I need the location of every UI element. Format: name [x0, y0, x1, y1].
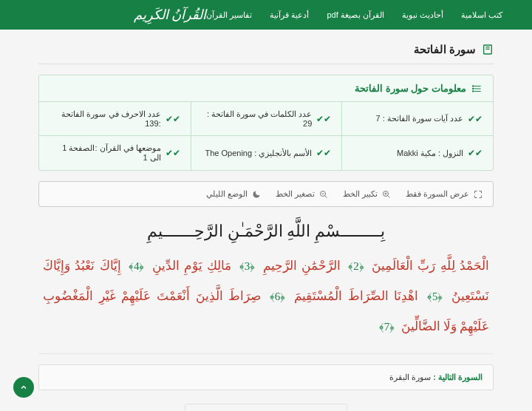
check-icon: ✔✔ — [468, 114, 482, 124]
next-value: سورة البقرة — [389, 373, 431, 381]
aya-number: ﴿7﴾ — [379, 321, 395, 333]
check-icon: ✔✔ — [316, 114, 331, 124]
quran-icon — [482, 44, 494, 55]
scroll-top-button[interactable] — [13, 377, 34, 398]
moon-icon — [252, 190, 261, 199]
aya-number: ﴿6﴾ — [270, 291, 286, 302]
check-icon: ✔✔ — [316, 148, 331, 158]
check-icon: ✔✔ — [166, 114, 180, 124]
info-cell: ✔✔موضعها في القرآن :الصفحة 1 الى 1 — [39, 136, 191, 170]
ayat-block: الْحَمْدُ لِلَّهِ رَبِّ الْعَالَمِينَ ﴿2… — [38, 251, 494, 354]
info-grid: ✔✔عدد آيات سورة الفاتحة : 7 ✔✔عدد الكلما… — [39, 102, 493, 170]
aya-text[interactable]: الْحَمْدُ لِلَّهِ رَبِّ الْعَالَمِينَ — [372, 259, 489, 273]
nav-link[interactable]: أدعية قرآنية — [270, 10, 309, 20]
info-cell: ✔✔عدد الاحرف في سورة الفاتحة :139 — [39, 102, 191, 136]
chevron-up-icon — [19, 383, 28, 392]
zoom-in-icon — [382, 190, 391, 199]
zoom-out-button[interactable]: تصغير الخط — [276, 189, 328, 199]
info-heading: معلومات حول سورة الفاتحة — [355, 83, 466, 94]
check-icon: ✔✔ — [166, 148, 180, 158]
zoom-out-icon — [319, 190, 328, 199]
list-icon — [472, 84, 482, 94]
aya-text[interactable]: اهْدِنَا الصِّرَاطَ الْمُسْتَقِيمَ — [294, 289, 418, 303]
zoom-in-button[interactable]: تكبير الخط — [343, 189, 391, 199]
next-surah-row[interactable]: السورة التالية : سورة البقرة — [38, 364, 494, 390]
aya-number: ﴿2﴾ — [348, 260, 364, 272]
check-icon: ✔✔ — [468, 148, 482, 158]
aya-number: ﴿3﴾ — [239, 260, 256, 272]
bismillah: بِـــــــــسْمِ اللَّهِ الرَّحْمَـٰنِ ال… — [38, 222, 494, 241]
info-cell: ✔✔عدد آيات سورة الفاتحة : 7 — [341, 102, 493, 136]
nav-link[interactable]: أحاديث نبوية — [402, 10, 443, 20]
follow-box: تابعونا عبر — [185, 404, 347, 411]
svg-point-3 — [473, 90, 474, 91]
info-cell: ✔✔الأسم بالأنجليزي : The Opening — [191, 136, 342, 170]
nav-items: كتب اسلامية أحاديث نبوية القرآن بصيغة pd… — [206, 10, 502, 20]
aya-number: ﴿5﴾ — [427, 291, 443, 302]
nav-link[interactable]: القرآن بصيغة pdf — [327, 10, 383, 20]
aya-number: ﴿4﴾ — [129, 260, 145, 272]
site-logo[interactable]: القُرآنُ الكَرِيم — [134, 7, 207, 23]
nav-link[interactable]: تفاسير القرآن — [206, 10, 252, 20]
nav-link[interactable]: كتب اسلامية — [461, 10, 502, 20]
info-cell: ✔✔النزول : مكية Makki — [341, 136, 493, 170]
page-title: سورة الفاتحة — [414, 43, 476, 56]
info-card-header: معلومات حول سورة الفاتحة — [39, 75, 493, 102]
aya-text[interactable]: صِرَاطَ الَّذِينَ أَنْعَمْتَ عَلَيْهِمْ … — [43, 289, 489, 333]
aya-text[interactable]: مَالِكِ يَوْمِ الدِّينِ — [152, 259, 232, 273]
aya-text[interactable]: الرَّحْمَٰنِ الرَّحِيمِ — [263, 259, 341, 273]
next-label: السورة التالية : — [433, 373, 482, 381]
expand-icon — [474, 190, 482, 199]
svg-point-1 — [473, 85, 474, 86]
navbar: كتب اسلامية أحاديث نبوية القرآن بصيغة pd… — [0, 0, 532, 30]
info-cell: ✔✔عدد الكلمات في سورة الفاتحة : 29 — [191, 102, 342, 136]
svg-point-2 — [473, 88, 474, 89]
night-mode-button[interactable]: الوضع الليلي — [206, 189, 261, 199]
page-title-row: سورة الفاتحة — [38, 43, 494, 64]
fullscreen-button[interactable]: عرض السورة فقط — [406, 189, 482, 199]
info-card: معلومات حول سورة الفاتحة ✔✔عدد آيات سورة… — [38, 75, 494, 171]
toolbar: عرض السورة فقط تكبير الخط تصغير الخط الو… — [38, 181, 494, 207]
